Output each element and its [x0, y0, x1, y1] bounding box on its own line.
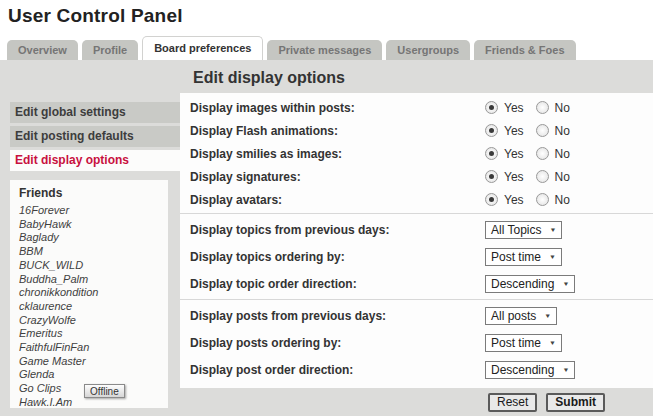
radio-group-display-smilies: Yes No — [485, 147, 582, 161]
form-actions: Reset Submit — [488, 393, 605, 412]
ucp-content-wrapper: Edit global settings Edit posting defaul… — [0, 60, 653, 416]
radio-no-label: No — [555, 147, 570, 161]
field-label: Display avatars: — [190, 193, 485, 207]
friend-link[interactable]: Baglady — [19, 231, 162, 245]
sidebar-item-edit-posting-defaults[interactable]: Edit posting defaults — [10, 126, 180, 147]
radio-yes[interactable] — [485, 124, 498, 137]
submit-button[interactable]: Submit — [546, 393, 605, 412]
form-row-posts-ordering: Display posts ordering by: Post time ▼ — [180, 329, 653, 356]
friends-list: Friends 16Forever BabyHawk Baglady BBM B… — [10, 180, 168, 408]
form-row-topics-days: Display topics from previous days: All T… — [180, 216, 653, 243]
select-value: Post time — [491, 250, 541, 264]
radio-yes-label: Yes — [504, 147, 524, 161]
form-row-display-signatures: Display signatures: Yes No — [180, 165, 653, 188]
radio-group-display-flash: Yes No — [485, 124, 582, 138]
chevron-down-icon: ▼ — [549, 253, 556, 259]
radio-yes[interactable] — [485, 147, 498, 160]
field-label: Display post order direction: — [190, 363, 485, 377]
friend-link[interactable]: 16Forever — [19, 204, 162, 218]
chevron-down-icon: ▼ — [562, 280, 569, 286]
radio-group-display-images: Yes No — [485, 101, 582, 115]
topics-days-select[interactable]: All Topics ▼ — [485, 221, 562, 239]
sidebar-nav: Edit global settings Edit posting defaul… — [10, 102, 180, 174]
friend-link[interactable]: BUCK_WILD — [19, 259, 162, 273]
posts-ordering-select[interactable]: Post time ▼ — [485, 334, 562, 352]
tab-private-messages[interactable]: Private messages — [267, 40, 382, 60]
chevron-down-icon: ▼ — [549, 339, 556, 345]
chevron-down-icon: ▼ — [562, 366, 569, 372]
field-label: Display topic order direction: — [190, 277, 485, 291]
form-row-display-avatars: Display avatars: Yes No — [180, 188, 653, 211]
radio-no-label: No — [555, 101, 570, 115]
radio-no-label: No — [555, 124, 570, 138]
field-label: Display Flash animations: — [190, 124, 485, 138]
field-label: Display images within posts: — [190, 101, 485, 115]
friends-list-title: Friends — [19, 186, 162, 200]
tab-board-preferences[interactable]: Board preferences — [142, 36, 263, 60]
radio-yes-label: Yes — [504, 170, 524, 184]
form-row-topic-direction: Display topic order direction: Descendin… — [180, 270, 653, 297]
friend-link[interactable]: Game Master — [19, 355, 162, 369]
radio-no[interactable] — [536, 124, 549, 137]
tab-overview[interactable]: Overview — [7, 40, 78, 60]
field-label: Display topics ordering by: — [190, 250, 485, 264]
section-divider — [180, 299, 653, 300]
radio-yes[interactable] — [485, 101, 498, 114]
radio-yes-label: Yes — [504, 101, 524, 115]
form-row-display-flash: Display Flash animations: Yes No — [180, 119, 653, 142]
radio-group-display-avatars: Yes No — [485, 193, 582, 207]
form-row-topics-ordering: Display topics ordering by: Post time ▼ — [180, 243, 653, 270]
friend-link[interactable]: cklaurence — [19, 300, 162, 314]
radio-no-label: No — [555, 193, 570, 207]
radio-group-display-signatures: Yes No — [485, 170, 582, 184]
chevron-down-icon: ▼ — [544, 312, 551, 318]
posts-days-select[interactable]: All posts ▼ — [485, 307, 557, 325]
ucp-tab-bar: Overview Profile Board preferences Priva… — [7, 40, 576, 60]
display-options-form: Display images within posts: Yes No Disp… — [180, 93, 653, 388]
radio-yes-label: Yes — [504, 124, 524, 138]
radio-no-label: No — [555, 170, 570, 184]
field-label: Display topics from previous days: — [190, 223, 485, 237]
friend-link[interactable]: FaithfulFinFan — [19, 341, 162, 355]
tab-usergroups[interactable]: Usergroups — [386, 40, 470, 60]
field-label: Display posts from previous days: — [190, 309, 485, 323]
form-row-display-smilies: Display smilies as images: Yes No — [180, 142, 653, 165]
chevron-down-icon: ▼ — [549, 226, 556, 232]
sidebar-item-edit-display-options[interactable]: Edit display options — [10, 150, 180, 171]
friend-link[interactable]: CrazyWolfe — [19, 314, 162, 328]
offline-status-tooltip: Offline — [84, 384, 125, 398]
radio-yes[interactable] — [485, 193, 498, 206]
select-value: Post time — [491, 336, 541, 350]
tab-profile[interactable]: Profile — [82, 40, 138, 60]
form-row-display-images: Display images within posts: Yes No — [180, 96, 653, 119]
select-value: Descending — [491, 277, 554, 291]
topic-direction-select[interactable]: Descending ▼ — [485, 275, 575, 293]
select-value: All Topics — [491, 223, 541, 237]
friend-link[interactable]: BBM — [19, 245, 162, 259]
friend-link[interactable]: Emeritus — [19, 327, 162, 341]
friend-link[interactable]: BabyHawk — [19, 218, 162, 232]
radio-no[interactable] — [536, 193, 549, 206]
select-value: Descending — [491, 363, 554, 377]
topics-ordering-select[interactable]: Post time ▼ — [485, 248, 562, 266]
radio-no[interactable] — [536, 170, 549, 183]
form-row-post-direction: Display post order direction: Descending… — [180, 356, 653, 383]
friend-link[interactable]: Buddha_Palm — [19, 273, 162, 287]
reset-button[interactable]: Reset — [488, 393, 537, 412]
field-label: Display posts ordering by: — [190, 336, 485, 350]
radio-yes[interactable] — [485, 170, 498, 183]
radio-no[interactable] — [536, 147, 549, 160]
section-divider — [180, 213, 653, 214]
field-label: Display signatures: — [190, 170, 485, 184]
form-row-posts-days: Display posts from previous days: All po… — [180, 302, 653, 329]
tab-friends-foes[interactable]: Friends & Foes — [474, 40, 575, 60]
section-heading: Edit display options — [193, 69, 345, 87]
sidebar-item-edit-global-settings[interactable]: Edit global settings — [10, 102, 180, 123]
friend-link[interactable]: Glenda — [19, 368, 162, 382]
friend-link[interactable]: chronikkondition — [19, 286, 162, 300]
select-value: All posts — [491, 309, 536, 323]
page-title: User Control Panel — [8, 5, 183, 27]
radio-no[interactable] — [536, 101, 549, 114]
post-direction-select[interactable]: Descending ▼ — [485, 361, 575, 379]
radio-yes-label: Yes — [504, 193, 524, 207]
